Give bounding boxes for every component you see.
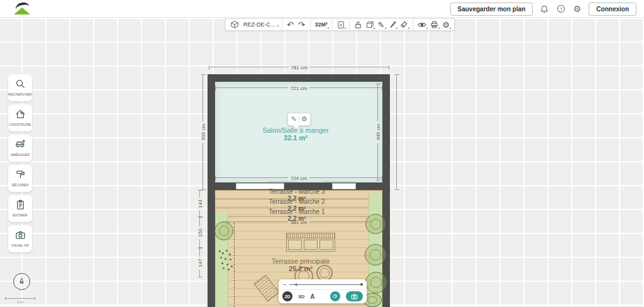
save-plan-button[interactable]: Sauvegarder mon plan — [450, 3, 533, 16]
floor-cube-icon — [228, 19, 241, 30]
paint-roller-icon — [15, 169, 26, 182]
plan-settings-gear-icon[interactable]: ⚙ — [440, 19, 452, 30]
dim-right-outer-line — [396, 74, 397, 190]
floor-selector[interactable]: REZ-DE-C... — [226, 19, 282, 30]
tree-left[interactable] — [214, 221, 233, 240]
tree-right-3[interactable] — [365, 272, 387, 293]
leroy-merlin-logo[interactable] — [14, 2, 30, 16]
room-settings-icon[interactable]: ⚙ — [301, 116, 308, 123]
house-icon — [15, 109, 26, 122]
dim-left-outer: 505 cm — [203, 74, 203, 190]
3d-object-icon[interactable] — [364, 19, 375, 30]
text-tool-button[interactable]: A — [310, 293, 314, 300]
room-tooltip[interactable]: ✎ ⚙ — [287, 113, 311, 126]
zoom-slider[interactable]: − + — [279, 279, 367, 290]
wall-top[interactable] — [208, 74, 390, 82]
dim-salon-inner-top: 721 cm — [215, 87, 382, 88]
search-icon — [15, 79, 26, 92]
pen-tool-icon[interactable] — [387, 19, 398, 30]
lock-icon[interactable] — [352, 19, 364, 30]
zoom-max-dot — [360, 283, 363, 286]
wall-left[interactable] — [208, 74, 215, 307]
terrasse-label[interactable]: Terrasse principale 25.2 m² — [238, 257, 364, 272]
tree-right-1[interactable] — [365, 214, 386, 234]
sidebar-item-rechercher[interactable]: RECHERCHER — [8, 74, 32, 101]
help-icon[interactable]: ? — [556, 4, 565, 14]
wall-right[interactable] — [382, 74, 390, 307]
salon-label[interactable]: Salon/Salle à manger 32.1 m² — [233, 126, 358, 142]
visite-360-button[interactable]: ⟳ — [330, 291, 340, 301]
sidebar-item-visuel-hd[interactable]: VISUEL HD — [8, 225, 32, 252]
sidebar-item-estimer[interactable]: ESTIMER — [8, 195, 32, 222]
dim-salon-inner-bottom: 724 cm — [215, 177, 382, 178]
terrace-boundary-dashed — [234, 223, 235, 307]
dim-seg3: 147 — [199, 248, 200, 277]
sidebar-item-amenager[interactable]: AMÉNAGER — [8, 135, 32, 162]
clipboard-icon — [15, 199, 26, 213]
mode-3d-button[interactable]: 3D — [298, 294, 304, 299]
screenshot-camera-button[interactable] — [346, 291, 363, 301]
window-annotation-left — [269, 181, 297, 182]
outdoor-sofa[interactable] — [286, 233, 335, 252]
zoom-out-button[interactable]: − — [283, 281, 287, 288]
floor-plan-canvas[interactable]: 781 cm 721 cm 724 cm 581 cm 505 cm 445 c… — [0, 0, 644, 307]
view-controls: − + 2D 3D A ⟳ — [279, 279, 367, 303]
dim-salon-inner-height: 445 cm — [377, 84, 378, 181]
scale-bar: 1 m — [5, 298, 35, 304]
sidebar-item-decorer[interactable]: DÉCORER — [8, 165, 32, 192]
connexion-button[interactable]: Connexion — [589, 3, 636, 16]
camera-icon — [15, 230, 26, 243]
bell-icon[interactable] — [540, 4, 549, 14]
undo-button[interactable]: ↶ — [285, 19, 296, 30]
dim-seg2: 150 — [199, 217, 200, 248]
zoom-handle[interactable]: + — [294, 281, 298, 287]
surface-total-badge[interactable]: 32M² — [313, 19, 330, 30]
mode-2d-button[interactable]: 2D — [282, 291, 292, 301]
sofa-icon — [15, 139, 26, 152]
settings-gear-icon[interactable]: ⚙ — [572, 4, 582, 14]
marche1-label[interactable]: Terrasse - Marche 1 2.2 m² — [234, 208, 360, 222]
shrub-cluster — [219, 250, 221, 252]
dim-top-outer: 781 cm — [209, 67, 389, 67]
tools-sidebar: RECHERCHER CONSTRUIRE AMÉNAGER DÉCORER — [8, 74, 32, 252]
zoom-track[interactable]: + — [289, 284, 362, 285]
app-header: Sauvegarder mon plan ? ⚙ Connexion — [0, 0, 644, 18]
pencil-tool-icon[interactable]: ✎ — [375, 19, 387, 30]
print-icon[interactable] — [428, 19, 440, 30]
floor-name: REZ-DE-C... — [243, 21, 279, 28]
plan-toolbar: REZ-DE-C... ↶ ↷ 32M² ✎ — [225, 18, 455, 31]
redo-button[interactable]: ↷ — [296, 19, 308, 30]
dim-seg1: 143 — [199, 190, 200, 217]
export-document-icon[interactable] — [335, 19, 347, 30]
tree-right-2[interactable] — [365, 244, 386, 265]
window-annotation-right — [326, 181, 353, 182]
visibility-eye-icon[interactable] — [416, 19, 428, 30]
eraser-icon[interactable] — [398, 19, 410, 30]
compass-north[interactable]: ᴧ N — [13, 273, 30, 290]
edit-room-icon[interactable]: ✎ — [291, 116, 296, 123]
svg-text:?: ? — [560, 7, 562, 11]
sidebar-item-construire[interactable]: CONSTRUIRE — [8, 104, 32, 131]
